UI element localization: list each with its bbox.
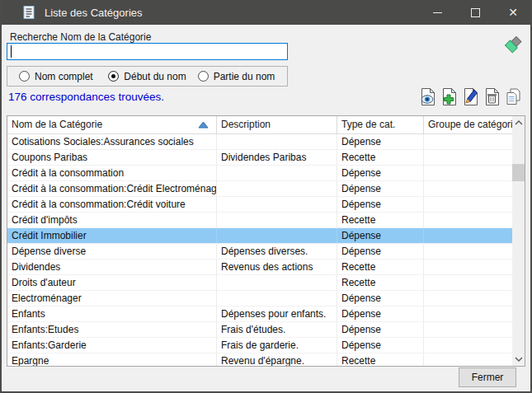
- table-row[interactable]: Dépense diverse Dépenses diverses. Dépen…: [7, 244, 512, 260]
- cell-type: Recette: [337, 260, 424, 274]
- cell-groupe: [424, 260, 512, 274]
- table-row[interactable]: Crédit d'impôts Recette: [7, 213, 512, 228]
- cell-groupe: [424, 338, 512, 353]
- table-row[interactable]: Crédit à la consommation Dépense: [7, 166, 512, 181]
- close-button[interactable]: ✕: [494, 0, 532, 25]
- dialog-content: Recherche Nom de la Catégorie Nom comple…: [2, 25, 530, 391]
- table-row[interactable]: Enfants:Garderie Frais de garderie. Dépe…: [7, 338, 512, 353]
- eraser-icon: [502, 34, 524, 55]
- cell-category-name: Dépense diverse: [7, 244, 217, 259]
- cell-description: Revenus des actions: [217, 260, 337, 274]
- cell-description: [217, 291, 337, 306]
- cell-type: Dépense: [337, 291, 424, 306]
- radio-icon: [198, 71, 209, 82]
- cell-category-name: Dividendes: [7, 260, 217, 274]
- cell-type: Dépense: [337, 306, 424, 321]
- cell-category-name: Crédit Immobilier: [7, 228, 217, 243]
- column-label: Nom de la Catégorie: [12, 116, 102, 133]
- cell-description: Dépenses diverses.: [217, 244, 337, 259]
- cell-description: Frais d'études.: [217, 322, 337, 337]
- cell-description: [217, 166, 337, 180]
- text-caret: [11, 45, 12, 58]
- table-row[interactable]: Enfants Dépenses pour enfants. Dépense: [7, 306, 512, 322]
- minimize-icon: [433, 12, 442, 13]
- column-header-description[interactable]: Description: [217, 116, 337, 133]
- table-body: Cotisations Sociales:Assurances sociales…: [7, 134, 512, 367]
- radio-debut-du-nom[interactable]: Début du nom: [108, 71, 197, 82]
- cell-type: Recette: [337, 213, 424, 227]
- document-list-icon: [21, 5, 36, 20]
- cell-type: Recette: [337, 150, 424, 165]
- column-label: Groupe de catégorie: [428, 116, 512, 133]
- copy-document-icon: [505, 87, 522, 106]
- categories-table: Nom de la Catégorie Description Type de …: [7, 115, 525, 367]
- cell-groupe: [424, 228, 512, 243]
- scrollbar-thumb[interactable]: [512, 164, 525, 181]
- cell-category-name: Enfants:Etudes: [7, 322, 217, 337]
- sort-asc-icon: [198, 121, 209, 129]
- column-label: Type de cat.: [341, 116, 395, 133]
- cell-description: Frais de garderie.: [217, 338, 337, 353]
- clear-search-button[interactable]: [501, 33, 524, 55]
- radio-icon: [108, 71, 119, 82]
- cell-description: [217, 197, 337, 212]
- column-header-type[interactable]: Type de cat.: [337, 116, 424, 133]
- cell-description: [217, 181, 337, 196]
- cell-groupe: [424, 322, 512, 337]
- radio-label: Partie du nom: [214, 71, 275, 82]
- radio-icon: [19, 71, 30, 82]
- cell-type: Dépense: [337, 322, 424, 337]
- cell-groupe: [424, 181, 512, 196]
- cell-category-name: Crédit à la consommation: [7, 166, 217, 180]
- add-category-button[interactable]: [440, 87, 458, 106]
- cell-description: [217, 275, 337, 290]
- table-row[interactable]: Cotisations Sociales:Assurances sociales…: [7, 134, 512, 150]
- delete-category-button[interactable]: [483, 87, 501, 106]
- cell-groupe: [424, 291, 512, 306]
- scroll-up-button[interactable]: [512, 116, 525, 129]
- table-row[interactable]: Epargne Revenu d'épargne. Recette: [7, 353, 512, 367]
- scroll-down-button[interactable]: [512, 353, 525, 366]
- column-header-category-name[interactable]: Nom de la Catégorie: [7, 116, 217, 133]
- cell-type: Dépense: [337, 244, 424, 259]
- cell-category-name: Crédit d'impôts: [7, 213, 217, 227]
- cell-groupe: [424, 166, 512, 180]
- close-icon: ✕: [508, 7, 518, 18]
- maximize-icon: [471, 8, 480, 17]
- edit-category-button[interactable]: [462, 87, 479, 106]
- chevron-down-icon: [515, 357, 523, 362]
- view-category-button[interactable]: [419, 87, 436, 106]
- cell-description: Revenu d'épargne.: [217, 353, 337, 367]
- table-row[interactable]: Droits d'auteur Recette: [7, 275, 512, 291]
- add-document-icon: [440, 87, 458, 106]
- cell-category-name: Electroménager: [7, 291, 217, 306]
- table-row[interactable]: Electroménager Dépense: [7, 291, 512, 306]
- radio-partie-du-nom[interactable]: Partie du nom: [198, 71, 287, 82]
- table-row[interactable]: Dividendes Revenus des actions Recette: [7, 260, 512, 275]
- cell-groupe: [424, 306, 512, 321]
- search-input[interactable]: [7, 43, 288, 60]
- vertical-scrollbar[interactable]: [512, 116, 525, 366]
- column-header-groupe[interactable]: Groupe de catégorie: [424, 116, 512, 133]
- maximize-button[interactable]: [456, 0, 494, 25]
- table-row[interactable]: Coupons Paribas Dividendes Paribas Recet…: [7, 150, 512, 166]
- cell-category-name: Droits d'auteur: [7, 275, 217, 290]
- table-row[interactable]: Enfants:Etudes Frais d'études. Dépense: [7, 322, 512, 338]
- table-header: Nom de la Catégorie Description Type de …: [7, 116, 512, 134]
- copy-category-button[interactable]: [505, 87, 522, 106]
- close-dialog-button[interactable]: Fermer: [459, 367, 516, 387]
- table-row[interactable]: Crédit Immobilier Dépense: [7, 228, 512, 244]
- cell-type: Dépense: [337, 181, 424, 196]
- cell-description: [217, 228, 337, 243]
- cell-type: Dépense: [337, 134, 424, 149]
- search-label: Recherche Nom de la Catégorie: [10, 31, 151, 43]
- cell-groupe: [424, 134, 512, 149]
- table-row[interactable]: Crédit à la consommation:Crédit Electrom…: [7, 181, 512, 197]
- window-title: Liste des Catégories: [45, 7, 418, 19]
- table-row[interactable]: Crédit à la consommation:Crédit voiture …: [7, 197, 512, 213]
- cell-category-name: Cotisations Sociales:Assurances sociales: [7, 134, 217, 149]
- chevron-up-icon: [515, 120, 523, 125]
- titlebar[interactable]: Liste des Catégories ✕: [0, 0, 532, 25]
- radio-nom-complet[interactable]: Nom complet: [19, 71, 108, 82]
- minimize-button[interactable]: [418, 0, 456, 25]
